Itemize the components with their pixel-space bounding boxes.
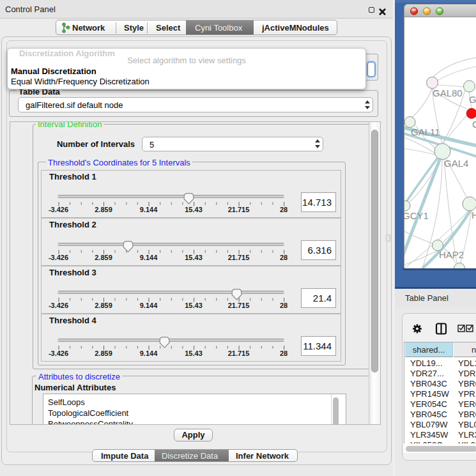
svg-text:GAL11: GAL11	[411, 127, 440, 137]
svg-text:C: C	[472, 119, 476, 130]
svg-text:GAL4: GAL4	[444, 158, 468, 169]
svg-text:GCY1: GCY1	[404, 210, 429, 221]
svg-text:GAL80: GAL80	[433, 88, 463, 98]
svg-text:GA: GA	[469, 94, 476, 105]
svg-text:H: H	[472, 210, 476, 220]
svg-text:HAP2: HAP2	[439, 249, 464, 260]
